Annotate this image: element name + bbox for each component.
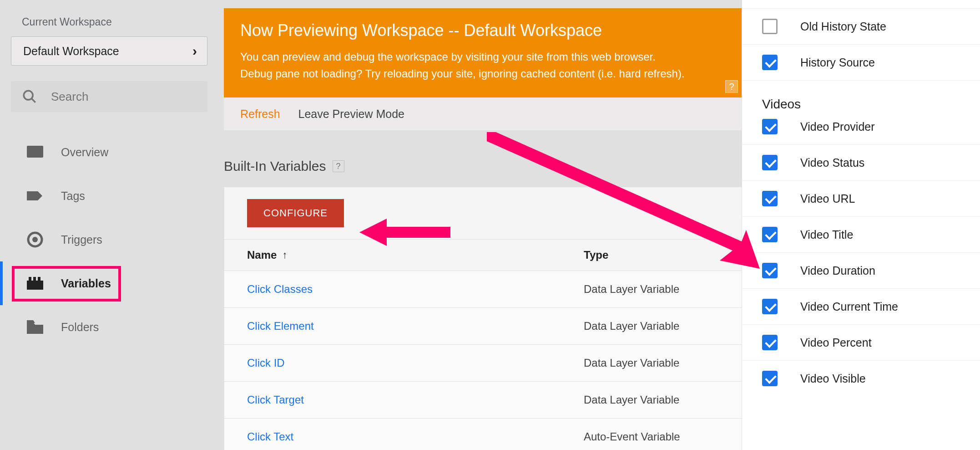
variables-icon (25, 274, 45, 293)
help-icon[interactable]: ? (333, 160, 344, 172)
variables-card: CONFIGURE Name ↑ Type Click Classes Data… (224, 187, 743, 450)
checkbox-label: Video Title (800, 228, 853, 241)
nav: Overview Tags Triggers Variables Fold (0, 130, 209, 349)
nav-overview[interactable]: Overview (0, 130, 209, 174)
table-row[interactable]: Click ID Data Layer Variable (224, 345, 742, 382)
svg-rect-7 (29, 277, 31, 281)
table-row[interactable]: Click Target Data Layer Variable (224, 382, 742, 419)
checkbox-row[interactable]: Video Current Time (742, 289, 980, 325)
checkbox-row[interactable]: Video URL (742, 181, 980, 217)
checkbox-label: Video Duration (800, 264, 875, 277)
svg-point-5 (32, 237, 38, 242)
group-title-videos: Videos (742, 81, 980, 119)
preview-banner: Now Previewing Workspace -- Default Work… (224, 8, 743, 97)
checkbox-icon[interactable] (762, 55, 778, 70)
checkbox-icon[interactable] (762, 19, 778, 34)
checkbox-row[interactable]: Video Provider (742, 119, 980, 145)
chevron-right-icon: › (192, 43, 197, 59)
table-row[interactable]: Click Classes Data Layer Variable (224, 271, 742, 308)
sidebar: Current Workspace Default Workspace › Ov… (0, 0, 218, 450)
search-input[interactable] (51, 90, 197, 104)
section-title-text: Built-In Variables (224, 159, 326, 174)
checkbox-row[interactable]: Video Duration (742, 253, 980, 289)
banner-title: Now Previewing Workspace -- Default Work… (240, 21, 726, 40)
variable-type: Auto-Event Variable (584, 430, 680, 443)
checkbox-icon[interactable] (762, 191, 778, 206)
checkbox-row[interactable]: New History State (742, 0, 980, 9)
checkbox-icon[interactable] (762, 263, 778, 278)
checkbox-label: Video Provider (800, 120, 875, 133)
variable-name-link[interactable]: Click Classes (247, 283, 584, 296)
svg-point-0 (24, 91, 33, 100)
checkbox-row[interactable]: Video Status (742, 145, 980, 181)
checkbox-row[interactable]: Video Title (742, 217, 980, 253)
variable-type: Data Layer Variable (584, 357, 679, 369)
section-title: Built-In Variables ? (224, 159, 743, 174)
workspace-name: Default Workspace (23, 45, 119, 58)
nav-tags[interactable]: Tags (0, 174, 209, 218)
checkbox-icon[interactable] (762, 335, 778, 350)
workspace-label: Current Workspace (22, 16, 210, 28)
nav-label: Tags (61, 189, 85, 203)
banner-line1: You can preview and debug the workspace … (240, 51, 656, 63)
checkbox-icon[interactable] (762, 119, 778, 134)
nav-label: Overview (61, 146, 108, 159)
help-icon[interactable]: ? (725, 80, 738, 93)
configure-row: CONFIGURE (224, 187, 742, 240)
checkbox-label: Video URL (800, 192, 855, 205)
checkbox-icon[interactable] (762, 155, 778, 170)
svg-rect-9 (38, 277, 40, 281)
configure-button[interactable]: CONFIGURE (247, 199, 344, 227)
nav-folders[interactable]: Folders (0, 305, 209, 349)
nav-label: Triggers (61, 233, 102, 246)
svg-line-1 (31, 98, 35, 102)
tags-icon (25, 186, 45, 205)
variable-name-link[interactable]: Click Text (247, 430, 584, 443)
checkbox-label: Video Visible (800, 372, 866, 385)
search-icon (22, 89, 37, 104)
checkbox-row[interactable]: History Source (742, 45, 980, 81)
nav-label: Variables (61, 277, 111, 290)
main-content: Now Previewing Workspace -- Default Work… (224, 0, 743, 450)
checkbox-label: History Source (800, 56, 875, 69)
checkbox-label: Video Status (800, 156, 864, 169)
svg-rect-8 (33, 277, 36, 281)
checkbox-icon[interactable] (762, 299, 778, 314)
variable-type: Data Layer Variable (584, 394, 679, 406)
column-name-header[interactable]: Name ↑ (247, 249, 584, 261)
svg-rect-6 (27, 281, 43, 290)
triggers-icon (25, 230, 45, 249)
column-name-label: Name (247, 249, 277, 261)
checkbox-icon[interactable] (762, 371, 778, 386)
variable-type: Data Layer Variable (584, 320, 679, 332)
table-header: Name ↑ Type (224, 240, 742, 271)
variable-name-link[interactable]: Click ID (247, 357, 584, 369)
workspace-selector[interactable]: Default Workspace › (11, 36, 207, 66)
preview-bar: Refresh Leave Preview Mode (224, 97, 743, 130)
refresh-link[interactable]: Refresh (240, 107, 280, 121)
checkbox-icon[interactable] (762, 227, 778, 242)
leave-preview-link[interactable]: Leave Preview Mode (298, 107, 404, 121)
svg-rect-3 (27, 146, 43, 149)
checkbox-label: Video Current Time (800, 300, 898, 313)
search-box[interactable] (11, 81, 207, 112)
checkbox-row[interactable]: Video Visible (742, 361, 980, 396)
variable-type: Data Layer Variable (584, 283, 679, 296)
nav-triggers[interactable]: Triggers (0, 218, 209, 261)
configure-panel: New History State Old History State Hist… (742, 0, 980, 450)
sort-ascending-icon: ↑ (282, 249, 287, 261)
checkbox-label: Old History State (800, 20, 886, 33)
banner-line2: Debug pane not loading? Try reloading yo… (240, 67, 685, 80)
overview-icon (25, 143, 45, 162)
variable-name-link[interactable]: Click Element (247, 320, 584, 332)
variable-name-link[interactable]: Click Target (247, 394, 584, 406)
checkbox-label: Video Percent (800, 336, 872, 349)
table-row[interactable]: Click Element Data Layer Variable (224, 308, 742, 345)
column-type-header[interactable]: Type (584, 249, 608, 261)
nav-label: Folders (61, 321, 99, 334)
nav-variables[interactable]: Variables (0, 261, 209, 305)
table-row[interactable]: Click Text Auto-Event Variable (224, 419, 742, 450)
checkbox-row[interactable]: Old History State (742, 9, 980, 45)
folders-icon (25, 317, 45, 337)
checkbox-row[interactable]: Video Percent (742, 325, 980, 361)
